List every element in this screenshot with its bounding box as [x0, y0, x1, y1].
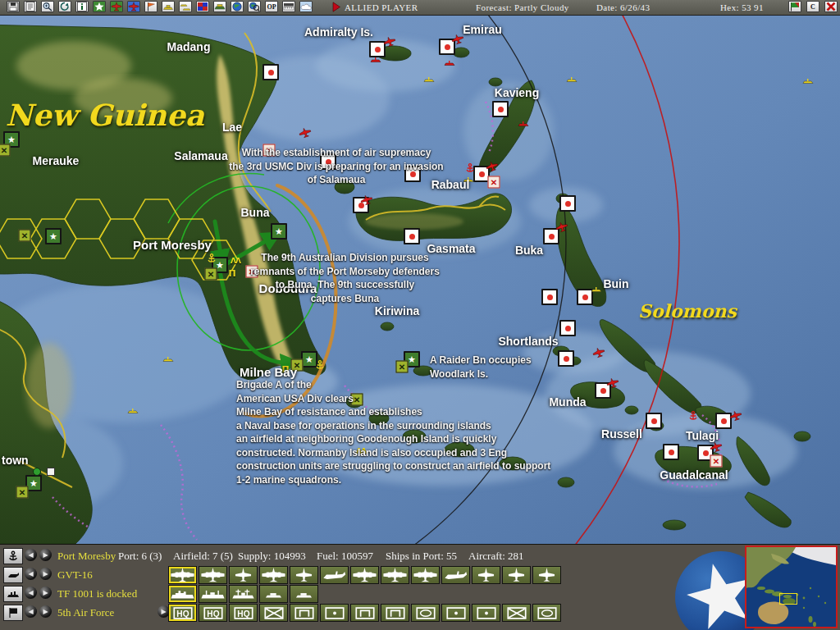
exit-button[interactable]	[824, 1, 838, 12]
air-group-label[interactable]: GVT-16	[57, 568, 93, 582]
aircraft-icon[interactable]	[3, 567, 23, 583]
japanese-ground-unit-marker[interactable]: ✕	[488, 176, 500, 189]
allied-ground-unit-marker[interactable]: ✕	[205, 268, 217, 281]
anchor-icon[interactable]	[3, 548, 23, 564]
japanese-aircraft-marker[interactable]	[360, 195, 373, 205]
allied-ground-unit-marker[interactable]: ✕	[16, 486, 29, 499]
japanese-base-marker[interactable]	[663, 444, 679, 460]
japanese-ground-unit-marker[interactable]: ✕	[710, 455, 723, 468]
twin-bomber-button[interactable]	[350, 566, 379, 584]
signal-flag-button[interactable]	[788, 1, 801, 12]
twin-bomber-button[interactable]	[381, 566, 409, 584]
next-unit-button[interactable]: ▶	[39, 605, 52, 618]
allied-ship-marker[interactable]	[802, 77, 814, 84]
task-force-button[interactable]	[162, 1, 175, 12]
save-button[interactable]	[7, 1, 20, 12]
next-airgroup-button[interactable]: ▶	[39, 568, 52, 580]
flag-icon[interactable]	[3, 605, 23, 621]
continue-button[interactable]	[330, 1, 343, 12]
japanese-aircraft-marker[interactable]	[383, 37, 396, 47]
transport-button[interactable]	[199, 585, 227, 603]
fighter-button[interactable]	[502, 566, 531, 584]
hq-button[interactable]: HQ	[229, 604, 258, 622]
oval-button[interactable]	[411, 604, 440, 622]
convoy-button[interactable]	[179, 1, 192, 12]
small-ship-button[interactable]	[259, 585, 288, 603]
japanese-aircraft-marker[interactable]	[486, 162, 499, 171]
engineer-button[interactable]	[350, 604, 379, 622]
allied-port-marker[interactable]	[316, 360, 325, 371]
enemy-aircraft-button[interactable]	[127, 1, 140, 12]
japanese-port-marker[interactable]	[466, 163, 475, 174]
fighter-button[interactable]	[472, 566, 500, 584]
allied-ship-marker[interactable]	[127, 407, 139, 414]
allied-ship-marker[interactable]	[591, 285, 602, 293]
town-dot-marker[interactable]	[33, 468, 41, 476]
fighter-button[interactable]	[229, 566, 258, 584]
prev-airgroup-button[interactable]: ◀	[25, 568, 37, 580]
base-name-label[interactable]: Port Moresby	[57, 550, 116, 563]
oval-button[interactable]	[532, 604, 561, 622]
large-warship-button[interactable]	[168, 585, 197, 603]
engineer-button[interactable]	[290, 604, 318, 622]
japanese-aircraft-marker[interactable]	[606, 378, 619, 388]
ship-icon[interactable]	[3, 586, 23, 602]
allied-support-unit-marker[interactable]: Π	[228, 268, 235, 279]
allied-camp-marker[interactable]: ΛΛ	[231, 257, 240, 265]
dot-button[interactable]	[441, 604, 470, 622]
prev-unit-button[interactable]: ◀	[25, 605, 37, 618]
japanese-aircraft-marker[interactable]	[555, 222, 568, 232]
allied-ship-marker[interactable]	[162, 355, 174, 363]
map-viewport[interactable]: New GuineaSolomonsMadangAdmiralty Is.Emi…	[0, 15, 840, 544]
objectives-button[interactable]	[144, 1, 158, 12]
allied-port-marker[interactable]	[208, 253, 217, 264]
prev-taskforce-button[interactable]: ◀	[25, 587, 37, 599]
japanese-ship-marker[interactable]	[444, 59, 455, 66]
allied-ship-marker[interactable]	[566, 75, 578, 83]
hq-button[interactable]: HQ	[199, 604, 227, 622]
dot-button[interactable]	[472, 604, 500, 622]
next-base-button[interactable]: ▶	[39, 549, 52, 561]
infantry-button[interactable]	[502, 604, 531, 622]
allied-ship-marker[interactable]	[423, 75, 435, 83]
japanese-aircraft-marker[interactable]	[299, 128, 312, 138]
info-button[interactable]	[75, 1, 89, 12]
hq-name-label[interactable]: 5th Air Force	[57, 606, 114, 619]
japanese-base-marker[interactable]	[492, 101, 509, 117]
japanese-base-marker[interactable]	[404, 228, 420, 244]
task-force-label[interactable]: TF 1001 is docked	[57, 587, 137, 600]
town-square-marker[interactable]	[47, 468, 55, 476]
japanese-base-marker[interactable]	[559, 320, 576, 336]
masted-ship-button[interactable]	[229, 585, 258, 603]
strategic-map-button[interactable]	[248, 1, 261, 12]
combat-animation-button[interactable]	[196, 1, 209, 12]
find-base-button[interactable]	[41, 1, 54, 12]
japanese-ship-marker[interactable]	[370, 56, 381, 63]
allied-ground-unit-marker[interactable]: ✕	[396, 361, 409, 373]
japanese-base-marker[interactable]	[262, 64, 279, 80]
flying-boat-button[interactable]	[441, 566, 470, 584]
orders-button[interactable]	[24, 1, 37, 12]
engineer-button[interactable]	[381, 604, 409, 622]
operations-button[interactable]: OP	[265, 1, 278, 12]
japanese-base-marker[interactable]	[646, 413, 662, 429]
ruler-button[interactable]	[282, 1, 295, 12]
amphibious-button[interactable]	[213, 1, 226, 12]
japanese-aircraft-marker[interactable]	[592, 348, 605, 358]
minimap-viewport[interactable]	[779, 593, 797, 605]
japanese-port-marker[interactable]	[689, 411, 698, 422]
allied-base-marker[interactable]: ★	[45, 228, 62, 244]
next-taskforce-button[interactable]: ▶	[39, 587, 52, 599]
minimap[interactable]	[745, 546, 838, 628]
fighter-button[interactable]	[532, 566, 561, 584]
small-ship-button[interactable]	[290, 585, 318, 603]
japanese-base-marker[interactable]	[559, 195, 576, 212]
allied-bases-button[interactable]	[93, 1, 106, 12]
infantry-button[interactable]	[259, 604, 288, 622]
hq-button[interactable]: HQ	[168, 604, 197, 622]
allied-ground-unit-marker[interactable]: ✕	[19, 230, 31, 242]
japanese-ship-marker[interactable]	[518, 120, 529, 127]
twin-bomber-button[interactable]	[199, 566, 227, 584]
world-map-button[interactable]	[231, 1, 244, 12]
japanese-aircraft-marker[interactable]	[710, 442, 723, 452]
